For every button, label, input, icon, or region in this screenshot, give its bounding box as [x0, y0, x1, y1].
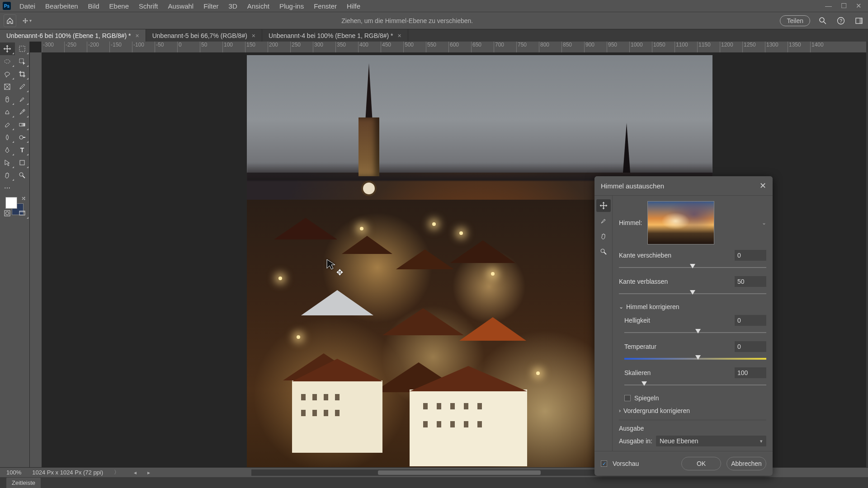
brush-tool[interactable] [15, 93, 30, 106]
zoom-tool[interactable] [15, 169, 30, 182]
frame-tool[interactable] [0, 80, 15, 93]
menu-datei[interactable]: Datei [14, 2, 40, 10]
menu-filter[interactable]: Filter [198, 2, 223, 10]
sky-preset-thumbnail[interactable] [647, 201, 714, 244]
document-tab-2-label: Unbenannt-5 bei 66,7% (RGB/8#) [152, 32, 247, 39]
tool-hint: Ziehen, um die Himmel-Ebene zu verschieb… [341, 17, 473, 24]
search-icon[interactable] [817, 15, 828, 26]
menu-3d[interactable]: 3D [224, 2, 242, 10]
edit-toolbar[interactable]: ⋯ [0, 182, 15, 194]
ruler-tick: 1350 [788, 42, 810, 52]
sky-hand-tool[interactable] [596, 230, 611, 243]
menu-auswahl[interactable]: Auswahl [163, 2, 199, 10]
output-to-select[interactable]: Neue Ebenen [656, 436, 766, 446]
share-button[interactable]: Teilen [780, 15, 810, 26]
sky-preset-dropdown-icon[interactable]: ⌄ [762, 220, 766, 226]
eraser-tool[interactable] [0, 118, 15, 131]
ruler-tick: 800 [539, 42, 561, 52]
horizontal-scrollbar[interactable] [251, 469, 613, 476]
quick-mask-tool[interactable] [0, 207, 15, 220]
close-icon[interactable]: × [398, 32, 401, 39]
sky-zoom-tool[interactable] [596, 245, 611, 258]
status-nav-right-icon[interactable]: ▸ [147, 469, 150, 476]
history-brush-tool[interactable] [15, 106, 30, 118]
svg-line-1 [824, 22, 826, 24]
ruler-tick: 1050 [652, 42, 675, 52]
menu-fenster[interactable]: Fenster [309, 2, 342, 10]
menu-bild[interactable]: Bild [83, 2, 104, 10]
close-icon[interactable]: × [252, 32, 255, 39]
hand-tool[interactable] [0, 169, 15, 182]
document-tab-1-label: Unbenannt-6 bei 100% (Ebene 1, RGB/8#) * [6, 32, 131, 39]
clone-stamp-tool[interactable] [0, 106, 15, 118]
window-maximize[interactable]: ☐ [841, 2, 847, 10]
scale-slider[interactable] [624, 381, 766, 389]
edge-shift-input[interactable] [735, 250, 766, 261]
right-dock [866, 42, 868, 467]
brightness-slider[interactable] [624, 328, 766, 337]
ruler-tick: 1150 [697, 42, 720, 52]
marquee-tool[interactable] [0, 55, 15, 68]
workspace-icon[interactable] [854, 15, 864, 26]
menu-bearbeiten[interactable]: Bearbeiten [40, 2, 83, 10]
pen-tool[interactable] [0, 144, 15, 156]
healing-brush-tool[interactable] [0, 93, 15, 106]
sky-move-tool[interactable] [596, 199, 611, 212]
menu-ebene[interactable]: Ebene [104, 2, 134, 10]
edge-fade-slider[interactable] [619, 290, 766, 298]
menu-hilfe[interactable]: Hilfe [342, 2, 365, 10]
ruler-vertical[interactable] [30, 52, 42, 467]
window-minimize[interactable]: — [825, 2, 832, 10]
status-chevron-icon[interactable]: 〉 [114, 469, 119, 476]
edge-fade-input[interactable] [735, 276, 766, 287]
timeline-tab[interactable]: Zeitleiste [6, 478, 41, 488]
window-close[interactable]: ✕ [856, 2, 862, 10]
gradient-tool[interactable] [15, 118, 30, 131]
edge-shift-slider[interactable] [619, 263, 766, 272]
dialog-close-icon[interactable]: ✕ [760, 181, 766, 191]
foreground-adjust-section[interactable]: ›Vordergrund korrigieren [619, 407, 766, 414]
cancel-button[interactable]: Abbrechen [726, 457, 766, 470]
blur-tool[interactable] [0, 131, 15, 144]
ruler-horizontal[interactable]: -300-250-200-150-100-5005010015020025030… [42, 42, 866, 52]
dodge-tool[interactable] [15, 131, 30, 144]
brightness-input[interactable] [735, 315, 766, 326]
document-tab-2[interactable]: Unbenannt-5 bei 66,7% (RGB/8#)× [146, 29, 262, 42]
sky-brush-tool[interactable] [596, 215, 611, 227]
artboard-tool[interactable] [15, 42, 30, 55]
object-select-tool[interactable] [15, 55, 30, 68]
home-button[interactable] [4, 14, 16, 27]
menu-schrift[interactable]: Schrift [134, 2, 163, 10]
ruler-tick: 850 [561, 42, 584, 52]
temperature-input[interactable] [735, 341, 766, 352]
ruler-tick: 600 [448, 42, 471, 52]
close-icon[interactable]: × [136, 32, 139, 39]
svg-line-21 [23, 176, 25, 178]
temperature-slider[interactable] [624, 355, 766, 363]
ok-button[interactable]: OK [681, 457, 721, 470]
ruler-tick: -100 [132, 42, 155, 52]
menu-plugins[interactable]: Plug-ins [274, 2, 309, 10]
swap-colors-icon[interactable]: ⤭ [21, 195, 26, 202]
document-tab-1[interactable]: Unbenannt-6 bei 100% (Ebene 1, RGB/8#) *… [0, 29, 146, 42]
type-tool[interactable]: T [15, 144, 30, 156]
crop-tool[interactable] [15, 68, 30, 80]
shape-tool[interactable] [15, 156, 30, 169]
zoom-level[interactable]: 100% [6, 469, 21, 476]
ruler-tick: 500 [403, 42, 426, 52]
scale-input[interactable] [735, 367, 766, 378]
preview-checkbox[interactable]: ✓ [601, 460, 607, 467]
current-tool-indicator[interactable] [23, 16, 32, 25]
ruler-tick: 1100 [675, 42, 697, 52]
document-tab-3[interactable]: Unbenannt-4 bei 100% (Ebene 1, RGB/8#) *… [262, 29, 408, 42]
move-tool[interactable] [0, 42, 15, 55]
path-select-tool[interactable] [0, 156, 15, 169]
help-icon[interactable]: ? [835, 15, 846, 26]
menu-ansicht[interactable]: Ansicht [242, 2, 274, 10]
screen-mode-tool[interactable] [15, 207, 30, 220]
sky-adjust-section[interactable]: ⌄Himmel korrigieren [619, 303, 766, 310]
eyedropper-tool[interactable] [15, 80, 30, 93]
flip-checkbox[interactable] [624, 395, 631, 401]
status-nav-left-icon[interactable]: ◂ [134, 469, 137, 476]
lasso-tool[interactable] [0, 68, 15, 80]
